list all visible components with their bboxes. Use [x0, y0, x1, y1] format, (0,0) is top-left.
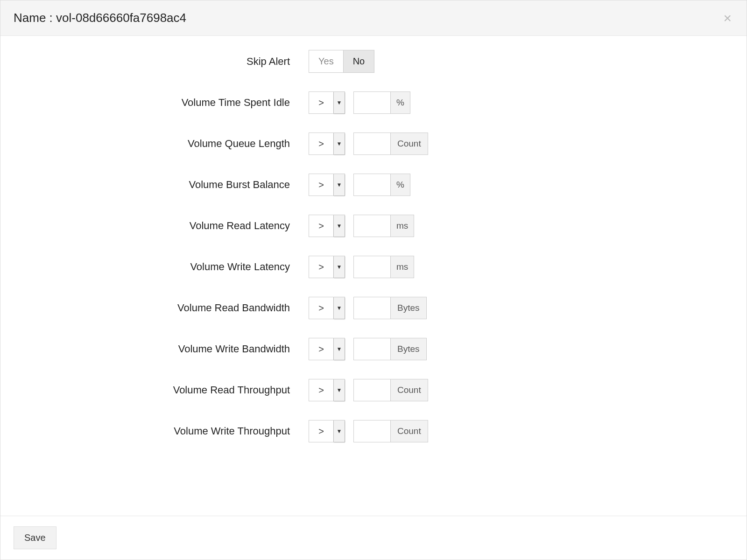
skip-alert-label: Skip Alert — [10, 56, 309, 68]
modal-body: Skip Alert Yes No Volume Time Spent Idle… — [0, 36, 747, 516]
write-throughput-unit: Count — [390, 420, 428, 442]
write-bandwidth-label: Volume Write Bandwidth — [10, 343, 309, 355]
read-latency-operator-select[interactable]: >▼ — [309, 215, 345, 237]
skip-alert-toggle: Yes No — [309, 50, 374, 73]
read-latency-input-group: ms — [353, 215, 414, 237]
read-throughput-input-group: Count — [353, 379, 428, 401]
chevron-down-icon[interactable]: ▼ — [333, 215, 345, 237]
queue-length-unit: Count — [390, 133, 428, 154]
burst-balance-operator-select[interactable]: >▼ — [309, 174, 345, 196]
write-throughput-input-group: Count — [353, 420, 428, 442]
read-latency-operator-value: > — [309, 215, 333, 237]
queue-length-input-group: Count — [353, 133, 428, 155]
row-skip-alert: Skip Alert Yes No — [10, 50, 737, 73]
queue-length-label: Volume Queue Length — [10, 138, 309, 150]
read-throughput-label: Volume Read Throughput — [10, 384, 309, 396]
write-bandwidth-input[interactable] — [354, 338, 390, 360]
read-latency-unit: ms — [390, 215, 414, 237]
read-latency-input[interactable] — [354, 215, 390, 237]
time-idle-unit: % — [390, 92, 410, 113]
row-write-latency: Volume Write Latency>▼ms — [10, 256, 737, 278]
read-bandwidth-operator-value: > — [309, 297, 333, 319]
chevron-down-icon[interactable]: ▼ — [333, 420, 345, 442]
burst-balance-input-group: % — [353, 174, 410, 196]
chevron-down-icon[interactable]: ▼ — [333, 92, 345, 113]
row-queue-length: Volume Queue Length>▼Count — [10, 133, 737, 155]
chevron-down-icon[interactable]: ▼ — [333, 133, 345, 154]
read-throughput-unit: Count — [390, 379, 428, 401]
row-time-idle: Volume Time Spent Idle>▼% — [10, 91, 737, 114]
write-bandwidth-operator-select[interactable]: >▼ — [309, 338, 345, 360]
chevron-down-icon[interactable]: ▼ — [333, 256, 345, 278]
row-burst-balance: Volume Burst Balance>▼% — [10, 174, 737, 196]
time-idle-input[interactable] — [354, 92, 390, 113]
read-throughput-input[interactable] — [354, 379, 390, 401]
read-throughput-operator-select[interactable]: >▼ — [309, 379, 345, 401]
close-button[interactable]: × — [721, 11, 733, 25]
close-icon: × — [723, 10, 732, 26]
modal-dialog: Name : vol-08d66660fa7698ac4 × Skip Aler… — [0, 0, 747, 560]
read-bandwidth-unit: Bytes — [390, 297, 426, 319]
row-read-latency: Volume Read Latency>▼ms — [10, 215, 737, 237]
row-write-bandwidth: Volume Write Bandwidth>▼Bytes — [10, 338, 737, 360]
read-bandwidth-input[interactable] — [354, 297, 390, 319]
chevron-down-icon[interactable]: ▼ — [333, 174, 345, 196]
time-idle-operator-value: > — [309, 92, 333, 113]
read-bandwidth-operator-select[interactable]: >▼ — [309, 297, 345, 319]
save-button[interactable]: Save — [14, 526, 56, 549]
write-latency-label: Volume Write Latency — [10, 261, 309, 273]
row-read-bandwidth: Volume Read Bandwidth>▼Bytes — [10, 297, 737, 319]
write-bandwidth-input-group: Bytes — [353, 338, 427, 360]
modal-header: Name : vol-08d66660fa7698ac4 × — [0, 0, 747, 36]
write-latency-input-group: ms — [353, 256, 414, 278]
write-latency-input[interactable] — [354, 256, 390, 278]
write-throughput-input[interactable] — [354, 420, 390, 442]
time-idle-label: Volume Time Spent Idle — [10, 97, 309, 109]
chevron-down-icon[interactable]: ▼ — [333, 379, 345, 401]
chevron-down-icon[interactable]: ▼ — [333, 338, 345, 360]
skip-alert-no-button[interactable]: No — [343, 50, 374, 72]
row-read-throughput: Volume Read Throughput>▼Count — [10, 379, 737, 401]
burst-balance-label: Volume Burst Balance — [10, 179, 309, 191]
burst-balance-unit: % — [390, 174, 410, 196]
skip-alert-yes-button[interactable]: Yes — [309, 50, 343, 72]
write-throughput-label: Volume Write Throughput — [10, 425, 309, 437]
row-write-throughput: Volume Write Throughput>▼Count — [10, 420, 737, 442]
write-bandwidth-unit: Bytes — [390, 338, 426, 360]
read-throughput-operator-value: > — [309, 379, 333, 401]
write-latency-operator-select[interactable]: >▼ — [309, 256, 345, 278]
queue-length-operator-select[interactable]: >▼ — [309, 133, 345, 155]
burst-balance-operator-value: > — [309, 174, 333, 196]
burst-balance-input[interactable] — [354, 174, 390, 196]
write-throughput-operator-value: > — [309, 420, 333, 442]
read-bandwidth-input-group: Bytes — [353, 297, 427, 319]
modal-title: Name : vol-08d66660fa7698ac4 — [14, 11, 186, 25]
read-latency-label: Volume Read Latency — [10, 220, 309, 232]
queue-length-input[interactable] — [354, 133, 390, 154]
write-throughput-operator-select[interactable]: >▼ — [309, 420, 345, 442]
chevron-down-icon[interactable]: ▼ — [333, 297, 345, 319]
time-idle-input-group: % — [353, 91, 410, 114]
time-idle-operator-select[interactable]: >▼ — [309, 91, 345, 114]
write-bandwidth-operator-value: > — [309, 338, 333, 360]
queue-length-operator-value: > — [309, 133, 333, 154]
write-latency-unit: ms — [390, 256, 414, 278]
write-latency-operator-value: > — [309, 256, 333, 278]
read-bandwidth-label: Volume Read Bandwidth — [10, 302, 309, 314]
modal-footer: Save — [0, 516, 747, 560]
